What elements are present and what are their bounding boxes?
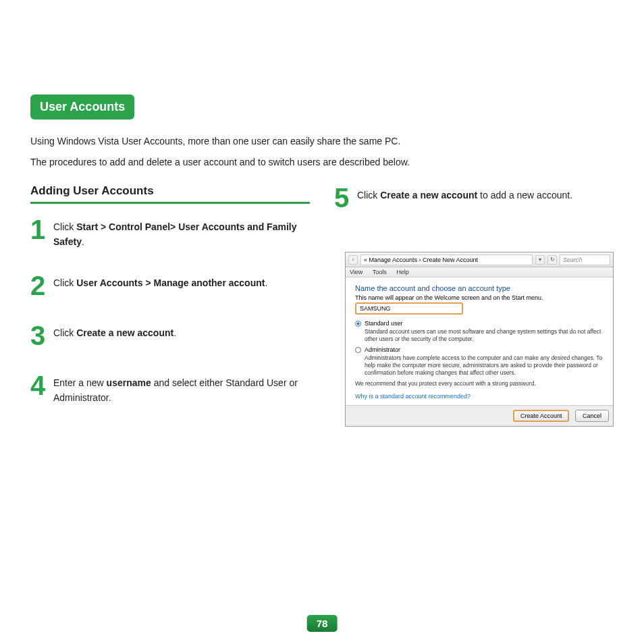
menu-view: View (350, 269, 363, 275)
step-3: 3 Click Create a new account. (30, 322, 310, 349)
breadcrumb: « Manage Accounts › Create New Account (360, 254, 533, 265)
step-pre: Enter a new (53, 377, 107, 388)
step-post: . (173, 327, 176, 338)
step-number: 1 (30, 216, 53, 243)
password-recommendation: We recommend that you protect every acco… (355, 380, 603, 387)
radio-icon (355, 347, 361, 353)
search-input: Search (560, 254, 610, 265)
section-heading: Adding User Accounts (30, 184, 310, 204)
step-bold: Create a new account (76, 327, 173, 338)
screenshot-body: Name the account and choose an account t… (346, 277, 613, 405)
screenshot-create-account: ‹ « Manage Accounts › Create New Account… (345, 252, 614, 427)
step-number: 4 (30, 372, 53, 399)
administrator-description: Administrators have complete access to t… (365, 354, 603, 376)
step-text: Click Create a new account. (53, 322, 176, 341)
refresh-icon: ↻ (547, 255, 557, 265)
step-bold: User Accounts > Manage another account (76, 277, 265, 288)
radio-label: Administrator (365, 346, 400, 353)
step-post: to add a new account. (477, 190, 572, 200)
step-pre: Click (53, 221, 76, 232)
left-column: Adding User Accounts 1 Click Start > Con… (30, 184, 310, 429)
step-number: 5 (334, 184, 357, 211)
step-1: 1 Click Start > Control Panel> User Acco… (30, 216, 310, 249)
radio-administrator: Administrator (355, 346, 603, 353)
step-number: 3 (30, 322, 53, 349)
screenshot-address-bar: ‹ « Manage Accounts › Create New Account… (346, 252, 613, 267)
step-text: Click Create a new account to add a new … (357, 184, 572, 203)
intro-line-1: Using Windows Vista User Accounts, more … (30, 134, 614, 149)
step-pre: Click (53, 327, 76, 338)
standard-user-description: Standard account users can use most soft… (365, 328, 603, 342)
menu-tools: Tools (373, 269, 387, 275)
screenshot-subtext: This name will appear on the Welcome scr… (355, 294, 603, 301)
create-account-button: Create Account (513, 410, 570, 422)
dropdown-icon: ▾ (535, 255, 545, 265)
screenshot-footer: Create Account Cancel (346, 405, 613, 426)
account-name-field: SAMSUNG (355, 302, 463, 315)
step-2: 2 Click User Accounts > Manage another a… (30, 272, 310, 299)
step-bold: Create a new account (380, 190, 477, 200)
step-bold: username (107, 377, 151, 388)
step-pre: Click (53, 277, 76, 288)
step-text: Click User Accounts > Manage another acc… (53, 272, 267, 291)
radio-label: Standard user (365, 320, 403, 327)
right-column: 5 Click Create a new account to add a ne… (334, 184, 614, 429)
step-post: . (82, 236, 84, 247)
step-pre: Click (357, 190, 380, 200)
radio-icon (355, 321, 361, 327)
screenshot-heading: Name the account and choose an account t… (355, 284, 603, 292)
step-number: 2 (30, 272, 53, 299)
page-number: 78 (307, 615, 338, 632)
step-4: 4 Enter a new username and select either… (30, 372, 310, 405)
step-bold: Start > Control Panel> User Accounts and… (53, 221, 296, 247)
step-text: Enter a new username and select either S… (53, 372, 310, 405)
intro-block: Using Windows Vista User Accounts, more … (30, 134, 614, 169)
cancel-button: Cancel (575, 410, 609, 422)
step-5: 5 Click Create a new account to add a ne… (334, 184, 614, 211)
step-post: . (265, 277, 267, 288)
step-text: Click Start > Control Panel> User Accoun… (53, 216, 310, 249)
back-icon: ‹ (348, 255, 358, 265)
intro-line-2: The procedures to add and delete a user … (30, 155, 614, 169)
radio-standard-user: Standard user (355, 320, 603, 327)
why-standard-link: Why is a standard account recommended? (355, 393, 603, 400)
title-badge: User Accounts (30, 95, 134, 119)
menu-help: Help (396, 269, 409, 275)
screenshot-menu-bar: View Tools Help (346, 267, 613, 277)
